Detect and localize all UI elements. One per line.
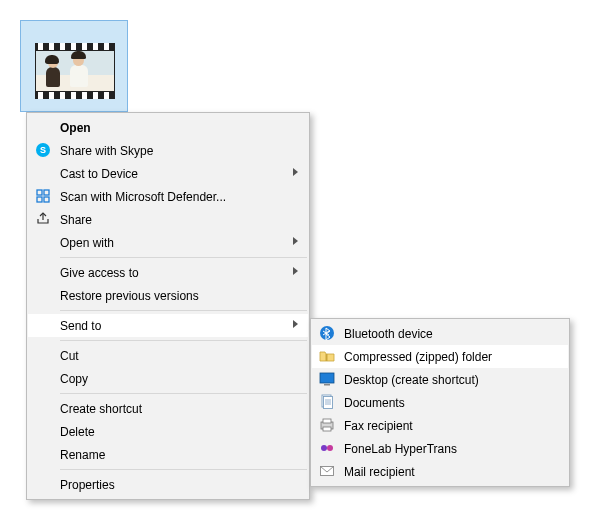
svg-rect-17 bbox=[323, 427, 331, 431]
sendto-documents[interactable]: Documents bbox=[312, 391, 568, 414]
svg-text:S: S bbox=[40, 145, 46, 155]
video-thumbnail bbox=[35, 43, 115, 99]
sendto-desktop[interactable]: Desktop (create shortcut) bbox=[312, 368, 568, 391]
sendto-compressed-folder[interactable]: Compressed (zipped) folder bbox=[312, 345, 568, 368]
chevron-right-icon bbox=[293, 267, 298, 275]
menu-create-shortcut[interactable]: Create shortcut bbox=[28, 397, 308, 420]
skype-icon: S bbox=[35, 142, 51, 158]
menu-label: Restore previous versions bbox=[60, 289, 199, 303]
menu-label: Give access to bbox=[60, 266, 139, 280]
sendto-fax[interactable]: Fax recipient bbox=[312, 414, 568, 437]
share-icon bbox=[35, 211, 51, 227]
svg-rect-5 bbox=[44, 197, 49, 202]
chevron-right-icon bbox=[293, 168, 298, 176]
documents-icon bbox=[319, 394, 335, 410]
menu-separator bbox=[60, 257, 307, 258]
chevron-right-icon bbox=[293, 237, 298, 245]
zip-folder-icon bbox=[319, 348, 335, 364]
menu-separator bbox=[60, 393, 307, 394]
menu-label: Fax recipient bbox=[344, 419, 413, 433]
menu-label: Copy bbox=[60, 372, 88, 386]
defender-icon bbox=[35, 188, 51, 204]
svg-point-19 bbox=[327, 445, 333, 451]
chevron-right-icon bbox=[293, 320, 298, 328]
menu-restore-previous[interactable]: Restore previous versions bbox=[28, 284, 308, 307]
menu-separator bbox=[60, 340, 307, 341]
menu-label: Mail recipient bbox=[344, 465, 415, 479]
menu-cast-to-device[interactable]: Cast to Device bbox=[28, 162, 308, 185]
menu-label: Delete bbox=[60, 425, 95, 439]
menu-separator bbox=[60, 469, 307, 470]
menu-delete[interactable]: Delete bbox=[28, 420, 308, 443]
menu-label: Open bbox=[60, 121, 91, 135]
svg-rect-4 bbox=[37, 197, 42, 202]
send-to-submenu: Bluetooth device Compressed (zipped) fol… bbox=[310, 318, 570, 487]
menu-share-skype[interactable]: S Share with Skype bbox=[28, 139, 308, 162]
menu-copy[interactable]: Copy bbox=[28, 367, 308, 390]
menu-open[interactable]: Open bbox=[28, 116, 308, 139]
menu-label: Properties bbox=[60, 478, 115, 492]
desktop-icon bbox=[319, 371, 335, 387]
svg-rect-11 bbox=[324, 397, 333, 409]
fax-icon bbox=[319, 417, 335, 433]
mail-icon bbox=[319, 463, 335, 479]
menu-label: Send to bbox=[60, 319, 101, 333]
menu-give-access[interactable]: Give access to bbox=[28, 261, 308, 284]
menu-separator bbox=[60, 310, 307, 311]
menu-label: FoneLab HyperTrans bbox=[344, 442, 457, 456]
menu-label: Bluetooth device bbox=[344, 327, 433, 341]
menu-label: Share bbox=[60, 213, 92, 227]
menu-label: Desktop (create shortcut) bbox=[344, 373, 479, 387]
sendto-bluetooth[interactable]: Bluetooth device bbox=[312, 322, 568, 345]
menu-label: Create shortcut bbox=[60, 402, 142, 416]
menu-label: Share with Skype bbox=[60, 144, 153, 158]
bluetooth-icon bbox=[319, 325, 335, 341]
menu-scan-defender[interactable]: Scan with Microsoft Defender... bbox=[28, 185, 308, 208]
menu-rename[interactable]: Rename bbox=[28, 443, 308, 466]
menu-label: Scan with Microsoft Defender... bbox=[60, 190, 226, 204]
hypertrans-icon bbox=[319, 440, 335, 456]
menu-share[interactable]: Share bbox=[28, 208, 308, 231]
menu-cut[interactable]: Cut bbox=[28, 344, 308, 367]
menu-open-with[interactable]: Open with bbox=[28, 231, 308, 254]
svg-point-18 bbox=[321, 445, 327, 451]
menu-properties[interactable]: Properties bbox=[28, 473, 308, 496]
menu-label: Compressed (zipped) folder bbox=[344, 350, 492, 364]
svg-rect-7 bbox=[326, 354, 328, 361]
menu-label: Documents bbox=[344, 396, 405, 410]
sendto-hypertrans[interactable]: FoneLab HyperTrans bbox=[312, 437, 568, 460]
selected-video-file[interactable] bbox=[20, 20, 128, 112]
sendto-mail[interactable]: Mail recipient bbox=[312, 460, 568, 483]
menu-label: Open with bbox=[60, 236, 114, 250]
menu-send-to[interactable]: Send to bbox=[28, 314, 308, 337]
svg-rect-2 bbox=[37, 190, 42, 195]
svg-rect-9 bbox=[324, 384, 330, 386]
menu-label: Rename bbox=[60, 448, 105, 462]
menu-label: Cast to Device bbox=[60, 167, 138, 181]
svg-rect-8 bbox=[320, 373, 334, 383]
menu-label: Cut bbox=[60, 349, 79, 363]
svg-rect-3 bbox=[44, 190, 49, 195]
svg-rect-16 bbox=[323, 419, 331, 423]
context-menu: Open S Share with Skype Cast to Device S… bbox=[26, 112, 310, 500]
